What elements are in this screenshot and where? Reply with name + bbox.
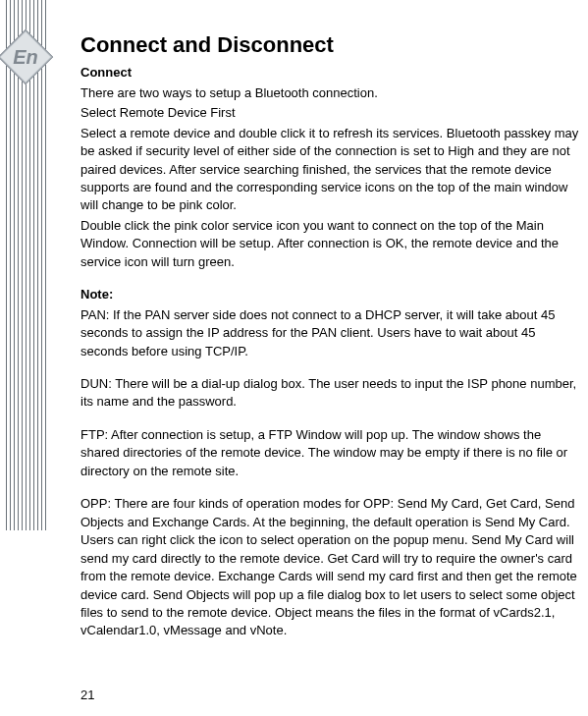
paragraph-intro: There are two ways to setup a Bluetooth … bbox=[80, 84, 583, 102]
page-number: 21 bbox=[80, 688, 94, 702]
language-badge: En bbox=[0, 29, 53, 84]
paragraph-ftp: FTP: After connection is setup, a FTP Wi… bbox=[80, 426, 583, 480]
blank-line bbox=[80, 413, 583, 426]
page-title: Connect and Disconnect bbox=[80, 29, 583, 60]
blank-line bbox=[80, 362, 583, 375]
paragraph-select-body: Select a remote device and double click … bbox=[80, 125, 583, 215]
paragraph-pan: PAN: If the PAN server side does not con… bbox=[80, 306, 583, 360]
language-badge-label: En bbox=[13, 46, 38, 69]
blank-line bbox=[80, 273, 583, 286]
blank-line bbox=[80, 482, 583, 495]
note-label: Note: bbox=[80, 286, 583, 303]
paragraph-select-first: Select Remote Device First bbox=[80, 104, 583, 122]
section-heading-connect: Connect bbox=[80, 64, 583, 82]
paragraph-opp: OPP: There are four kinds of operation m… bbox=[80, 495, 583, 640]
paragraph-doubleclick: Double click the pink color service icon… bbox=[80, 217, 583, 271]
document-page: En Connect and Disconnect Connect There … bbox=[0, 0, 588, 716]
paragraph-dun: DUN: There will be a dial-up dialog box.… bbox=[80, 375, 583, 412]
content-area: Connect and Disconnect Connect There are… bbox=[80, 29, 583, 642]
